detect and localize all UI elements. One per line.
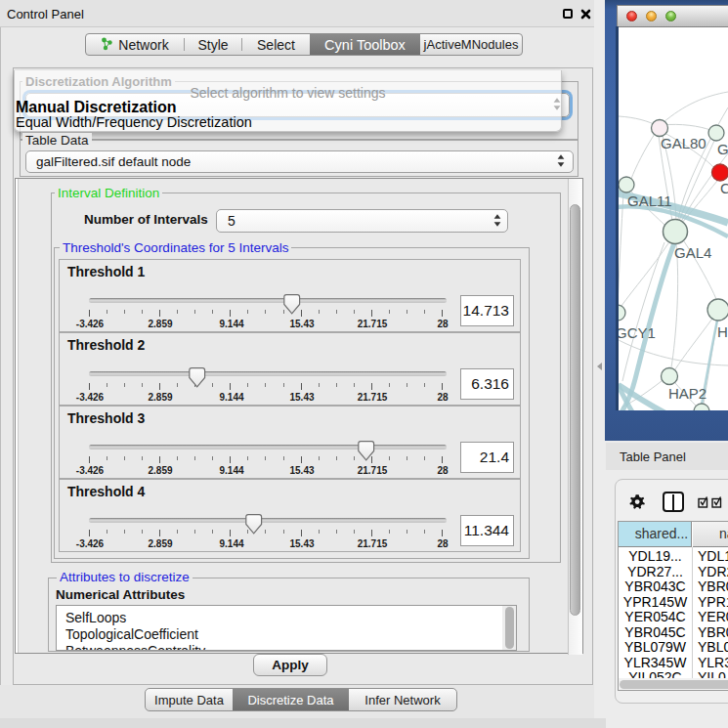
svg-text:GAL11: GAL11 xyxy=(627,193,672,209)
svg-text:GA: GA xyxy=(717,141,728,157)
svg-text:C: C xyxy=(720,180,728,196)
svg-text:HAP2: HAP2 xyxy=(668,385,707,402)
svg-text:GAL80: GAL80 xyxy=(661,135,707,151)
svg-text:H: H xyxy=(717,323,728,340)
svg-text:GCY1: GCY1 xyxy=(619,324,656,341)
svg-text:GAL4: GAL4 xyxy=(674,244,711,261)
